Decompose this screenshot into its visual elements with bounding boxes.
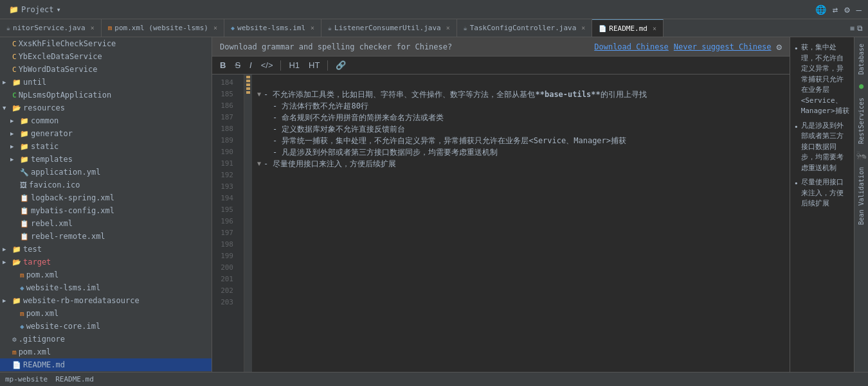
tab-menu-icon[interactable]: ≡ [850,24,854,33]
tree-item-core-iml[interactable]: ◆ website-core.iml [0,320,212,333]
tree-item-readme[interactable]: 📄 README.md [0,358,212,371]
arrow-common: ▶ [10,118,18,124]
code-line-201 [257,274,784,285]
icon-gitignore: ⚙ [12,335,17,344]
tab-icon-pom: m [108,24,113,32]
tree-item-test[interactable]: ▶ 📁 test [0,243,212,256]
fold-191[interactable]: ▼ [257,158,261,170]
tree-item-rebel-remote[interactable]: 📋 rebel-remote.xml [0,230,212,243]
editor-toolbar: B S I </> H1 HT 🔗 [212,57,790,75]
status-project: mp-website [5,375,48,383]
tab-split-icon[interactable]: ⧉ [857,24,863,33]
h1-button[interactable]: H1 [286,59,302,71]
tree-item-generator[interactable]: ▶ 📁 generator [0,127,212,140]
tree-item-pom-sub[interactable]: m pom.xml [0,268,212,281]
tab-bar-right: ≡ ⧉ [850,24,868,33]
tree-item-resources[interactable]: ▼ 📂 resources [0,101,212,114]
project-button[interactable]: 📁 Project ▾ [5,4,65,15]
label-until: until [23,78,46,87]
right-panel-text-1: 获，集中处理，不允许自定义异常，异常捕获只允许在业务层<Service、Mana… [801,42,850,117]
fold-185[interactable]: ▼ [257,89,261,100]
sync-icon[interactable]: ⇄ [831,3,839,16]
minimap-mark-4 [246,87,250,90]
tab-close-readme[interactable]: × [653,25,656,32]
tree-item-mybatis[interactable]: 📋 mybatis-config.xml [0,204,212,217]
icon-test: 📁 [12,245,21,254]
label-pom-root: pom.xml [19,347,51,356]
tree-item-gitignore[interactable]: ⚙ .gitignore [0,333,212,346]
tab-close-listener[interactable]: × [446,24,450,31]
tree-item-ybexcle[interactable]: C YbExcleDataService [0,50,212,63]
tree-item-favicon[interactable]: 🖼 favicon.ico [0,179,212,191]
tab-listener[interactable]: ☕ ListenerConsumerUtil.java × [321,19,457,37]
code-191-text: - 尽量使用接口来注入，方便后续扩展 [264,158,396,170]
editor-content[interactable]: 184 185 186 187 188 189 190 191 192 193 … [212,75,790,372]
right-panel-text-3: 尽量使用接口来注入，方便后续扩展 [801,177,850,209]
link-button[interactable]: 🔗 [333,59,348,71]
tree-item-logback[interactable]: 📋 logback-spring.xml [0,191,212,204]
code-line-189: - 异常统一捕获，集中处理，不允许自定义异常，异常捕获只允许在业务层<Servi… [257,135,784,146]
never-suggest-link[interactable]: Never suggest Chinese [674,42,772,51]
icon-readme: 📄 [12,361,21,369]
strikethrough-button[interactable]: S [232,59,243,71]
label-templates: templates [31,155,73,164]
tree-item-static[interactable]: ▶ 📁 static [0,140,212,153]
line-num-192: 192 [212,170,239,181]
globe-icon[interactable]: 🌐 [814,3,827,16]
tree-item-templates[interactable]: ▶ 📁 templates [0,153,212,166]
tab-close-iml[interactable]: × [311,24,314,31]
tool-beanvalidation[interactable]: Bean Validation [856,163,867,229]
right-panel-text-2: 凡是涉及到外部或者第三方接口数据同步，均需要考虑重送机制 [801,121,850,174]
icon-rebel-remote: 📋 [20,232,29,241]
line-num-186: 186 [212,100,239,112]
code-line-196 [257,216,784,227]
code-189-text: - 异常统一捕获，集中处理，不允许自定义异常，异常捕获只允许在业务层<Servi… [273,135,626,146]
line-num-184: 184 [212,77,239,89]
tree-item-nplsms[interactable]: C NpLsmsOptApplication [0,89,212,101]
arrow-target: ▶ [3,259,10,265]
tree-item-target[interactable]: ▶ 📂 target [0,256,212,268]
tab-iml[interactable]: ◆ website-lsms.iml × [224,19,321,37]
tab-close-taskconfig[interactable]: × [581,24,585,31]
download-chinese-link[interactable]: Download Chinese [594,42,669,51]
bullet-dot-1: • [794,44,799,117]
tree-item-xks[interactable]: C XxsKhFileCheckService [0,37,212,50]
icon-pom-rb: m [20,310,24,318]
icon-ybword: C [12,66,17,74]
line-num-202: 202 [212,285,239,297]
tree-item-rb-more[interactable]: ▶ 📁 website-rb-moredatasource [0,294,212,307]
notification-settings-icon[interactable]: ⚙ [777,42,782,52]
tab-taskconfig[interactable]: ☕ TaskConfigController.java × [457,19,593,37]
tab-label-taskconfig: TaskConfigController.java [470,24,577,32]
tree-item-common[interactable]: ▶ 📁 common [0,114,212,127]
code-line-203 [257,297,784,308]
tool-database[interactable]: Database [856,40,867,78]
italic-button[interactable]: I [247,59,255,71]
code-button[interactable]: </> [258,59,276,71]
tab-close-pom[interactable]: × [213,24,217,31]
line-num-198: 198 [212,239,239,250]
minimize-icon[interactable]: — [855,3,863,16]
settings-icon[interactable]: ⚙ [843,3,851,16]
tab-monitor[interactable]: ☕ nitorService.java × [0,19,102,37]
tree-item-pom-rb[interactable]: m pom.xml [0,307,212,320]
tree-item-pom-root[interactable]: m pom.xml [0,346,212,358]
tab-pom[interactable]: m pom.xml (website-lsms) × [102,19,224,37]
label-rebel: rebel.xml [31,219,73,228]
bold-button[interactable]: B [217,59,228,71]
tree-item-rebel[interactable]: 📋 rebel.xml [0,217,212,230]
tab-label-monitor: nitorService.java [13,24,86,32]
ht-button[interactable]: HT [306,59,322,71]
code-area[interactable]: ▼ - 不允许添加工具类，比如日期、字符串、文件操作、数字等方法，全部从基包 *… [252,75,790,372]
tree-item-until[interactable]: ▶ 📁 until [0,76,212,89]
icon-resources: 📂 [12,104,21,112]
line-num-194: 194 [212,193,239,204]
tool-restservices[interactable]: RestServices [856,94,867,148]
status-file: README.md [55,375,94,383]
tree-item-ybword[interactable]: C YbWordDataService [0,63,212,76]
tab-readme[interactable]: 📄 README.md × [592,19,664,37]
tab-close-monitor[interactable]: × [91,24,95,31]
tree-item-appyml[interactable]: 🔧 application.yml [0,166,212,179]
label-generator: generator [31,129,73,138]
tree-item-iml-sub[interactable]: ◆ website-lsms.iml [0,281,212,294]
